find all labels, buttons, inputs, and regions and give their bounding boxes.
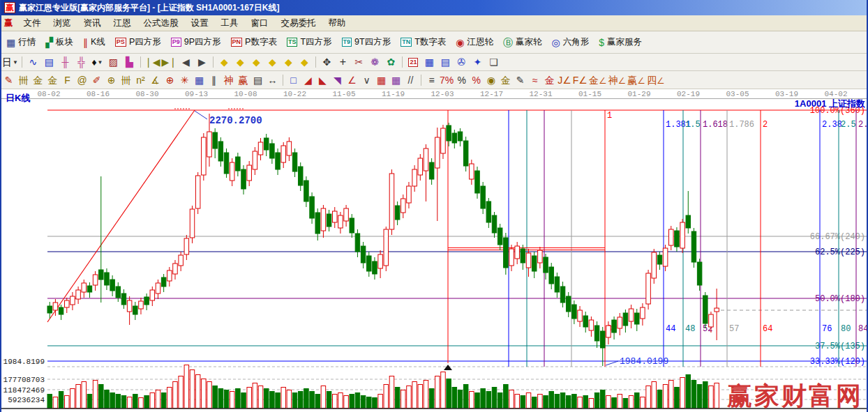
starburst-tool[interactable]: ✳ <box>178 73 191 86</box>
pattern-icon[interactable]: ▨ <box>106 56 121 69</box>
gold-square1-tool[interactable]: 金 <box>31 73 45 86</box>
percent-tool[interactable]: % <box>455 73 468 86</box>
last-page-button[interactable]: ▶❘ <box>161 56 177 69</box>
chart9-icon[interactable]: ╬ <box>74 56 89 69</box>
angle-shen-tool[interactable]: 神∠ <box>608 73 627 86</box>
comb2-tool[interactable]: 卌 <box>119 73 133 86</box>
drag-hand-button[interactable]: ✥ <box>320 56 334 69</box>
angle-ying-tool[interactable]: 赢∠ <box>627 73 645 86</box>
prev-button[interactable]: ◀ <box>179 56 193 69</box>
menu-item-8[interactable]: 交易委托 <box>275 17 322 29</box>
gold-lines-tool[interactable]: 金 <box>499 73 512 86</box>
t-square-button[interactable]: TST四方形 <box>282 33 337 52</box>
crosshair-button[interactable]: + <box>336 56 350 69</box>
expand-all-button[interactable]: ◆ <box>297 56 312 69</box>
wave-av-tool[interactable]: ≈ <box>528 73 541 86</box>
ying-grid-tool[interactable]: 赢 <box>237 73 250 86</box>
next-button[interactable]: ▶ <box>195 56 209 69</box>
compress-h-button[interactable]: ◆ <box>265 56 280 69</box>
gold-square2-tool[interactable]: 金 <box>46 73 59 86</box>
percent-line-tool[interactable]: % <box>470 73 483 86</box>
p9-square-button[interactable]: P99P四方形 <box>166 33 226 52</box>
gann-fan1-tool[interactable]: ◢ <box>301 73 315 86</box>
hexagon-button[interactable]: ◎六角形 <box>547 33 594 52</box>
purple-grid-tool[interactable]: ▦ <box>389 73 403 86</box>
save-button[interactable]: ✇ <box>454 56 469 69</box>
gann-wheel-button[interactable]: ◉江恩轮 <box>451 33 498 52</box>
histogram-icon[interactable]: ▙ <box>122 56 137 69</box>
menu-item-5[interactable]: 设置 <box>185 17 215 29</box>
info-list-icon[interactable]: ▤ <box>42 56 57 69</box>
red-pencil-tool[interactable]: ✐ <box>90 73 103 86</box>
zoom-left-button[interactable]: ◆ <box>217 56 232 69</box>
angle-mirror-tool[interactable]: ∡ <box>149 73 162 86</box>
calendar-button[interactable]: 21 <box>406 56 421 69</box>
spiral-tool[interactable]: @ <box>75 73 89 86</box>
t-number-button[interactable]: TNT数字表 <box>396 33 451 52</box>
menu-item-1[interactable]: 浏览 <box>47 17 77 29</box>
volume-bar <box>133 395 138 409</box>
menu-item-7[interactable]: 窗口 <box>245 17 275 29</box>
winner-wheel-button[interactable]: Ⓑ赢家轮 <box>498 33 547 52</box>
menu-item-2[interactable]: 资讯 <box>77 17 107 29</box>
width-measure-tool[interactable]: ↔ <box>266 73 279 86</box>
red-grid-tool[interactable]: ▦ <box>375 73 388 86</box>
ruler-tool[interactable]: ▤ <box>251 73 264 86</box>
gold-circle-tool[interactable]: ◉ <box>484 73 497 86</box>
percent7-tool[interactable]: 7% <box>440 73 454 86</box>
candle-body <box>429 162 434 179</box>
n-square-tool[interactable]: n² <box>134 73 147 86</box>
chart3-icon[interactable]: ╫ <box>58 56 73 69</box>
sectors-button[interactable]: ▞板块 <box>40 33 78 52</box>
winner-service-button[interactable]: $赢家服务 <box>594 33 647 52</box>
gann-fan3-tool[interactable]: ◥ <box>331 73 344 86</box>
shen-grid-tool[interactable]: 神 <box>222 73 235 86</box>
flask-button[interactable]: ❁ <box>368 56 382 69</box>
tools-button[interactable]: ✦ <box>470 56 485 69</box>
period-day-selector[interactable]: 日▼ <box>2 56 18 69</box>
app-menu-icon[interactable]: 赢 <box>1 17 17 29</box>
comb-tool[interactable]: 卌 <box>17 73 30 86</box>
compress-all-button[interactable]: ◆ <box>281 56 296 69</box>
candle-type-selector[interactable]: ♦▼ <box>90 56 105 69</box>
circle-cross-tool[interactable]: ⊕ <box>163 73 177 86</box>
menu-item-6[interactable]: 工具 <box>215 17 245 29</box>
title-bar[interactable]: 赢 赢家江恩专业版[赢家内部服务平台] - [上证指数 SH1A0001-167… <box>1 0 867 15</box>
quotes-button[interactable]: ▦行情 <box>1 33 40 52</box>
angle-gold-tool[interactable]: 金∠ <box>589 73 607 86</box>
box-tool[interactable]: □ <box>287 73 300 86</box>
level-scale-tool[interactable]: ≡ <box>425 73 438 86</box>
print-button[interactable]: ❏ <box>486 56 501 69</box>
p-number-button[interactable]: PNP数字表 <box>226 33 282 52</box>
trend-tool-icon[interactable]: ∿ <box>26 56 40 69</box>
menu-item-0[interactable]: 文件 <box>17 17 47 29</box>
pencil-lines-tool[interactable]: ✎ <box>514 73 527 86</box>
gold-red-tool[interactable]: 金 <box>543 73 556 86</box>
parallel-lines-tool[interactable]: // <box>404 73 417 86</box>
menu-item-4[interactable]: 公式选股 <box>137 17 185 29</box>
first-page-button[interactable]: ❘◀ <box>144 56 160 69</box>
angle-si-tool[interactable]: 四∠ <box>647 73 665 86</box>
measure-lines-tool[interactable]: ∥ <box>207 73 220 86</box>
p-square-button[interactable]: PSP四方形 <box>110 33 166 52</box>
expand-h-button[interactable]: ◆ <box>249 56 264 69</box>
chart-canvas[interactable]: 日K线 08-0208-1608-3009-1310-0810-2211-051… <box>1 89 867 412</box>
menu-item-9[interactable]: 帮助 <box>322 17 352 29</box>
fibonacci-tool[interactable]: F <box>61 73 74 86</box>
angle-j-tool[interactable]: J∠ <box>558 73 571 86</box>
blue-grid-tool[interactable]: ▦ <box>193 73 206 86</box>
zoom-right-button[interactable]: ◆ <box>233 56 248 69</box>
angle-tool[interactable]: ∠ <box>345 73 359 86</box>
angle-f-tool[interactable]: F∠ <box>573 73 588 86</box>
check-lines-tool[interactable]: ∨ <box>360 73 373 86</box>
notebook-button[interactable]: ▤ <box>438 56 453 69</box>
cut-button[interactable]: ✂ <box>352 56 366 69</box>
gann-fan2-tool[interactable]: ◣ <box>316 73 329 86</box>
calculator-button[interactable]: ▦ <box>422 56 437 69</box>
kline-button[interactable]: ∥K线 <box>78 33 110 52</box>
pencil-tool[interactable]: ✎ <box>2 73 15 86</box>
compass-tool[interactable]: ⊕ <box>105 73 118 86</box>
t9-square-button[interactable]: T99T四方形 <box>337 33 396 52</box>
menu-item-3[interactable]: 江恩 <box>107 17 137 29</box>
knot-button[interactable]: ✿ <box>384 56 398 69</box>
